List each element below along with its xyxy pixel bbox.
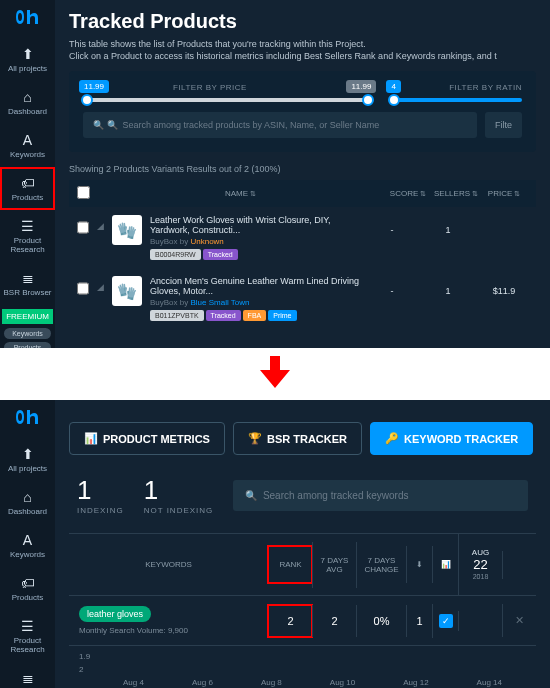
rating-slider[interactable]: 4 [390,98,522,102]
sidebar-label: Dashboard [8,507,47,516]
col-rank[interactable]: RANK [268,546,312,583]
cell-avg: 2 [312,605,356,637]
slider-handle[interactable] [388,94,400,106]
tag-icon: 🏷 [2,175,53,191]
sidebar-item-bsr-browser[interactable]: ≣BSR Browser [0,262,55,305]
tab-keyword-tracker[interactable]: 🔑KEYWORD TRACKER [370,422,533,455]
stat-indexing: 1 INDEXING [77,475,124,515]
cell-price: $11.9 [480,276,528,296]
product-image: 🧤 [112,276,142,306]
col-sellers[interactable]: SELLERS [432,189,480,198]
cell-chart-checkbox[interactable]: ✓ [432,604,458,638]
delete-button[interactable]: ✕ [502,604,536,637]
slider-handle[interactable] [362,94,374,106]
y-tick: 2 [79,665,526,674]
tab-label: BSR TRACKER [267,433,347,445]
col-score[interactable]: SCORE [384,189,432,198]
slider-handle[interactable] [81,94,93,106]
expand-caret-icon[interactable]: ◢ [97,282,104,292]
sidebar-label: Keywords [10,150,45,159]
pill-keywords[interactable]: Keywords [4,328,51,339]
page-title: Tracked Products [69,10,536,33]
select-all-checkbox[interactable] [77,186,90,199]
freemium-badge: FREEMIUM [2,309,53,324]
upload-icon: ⬆ [2,446,53,462]
col-keywords[interactable]: KEYWORDS [69,546,268,583]
sidebar-item-product-research[interactable]: ☰Product Research [0,210,55,262]
x-tick: Aug 8 [261,678,282,687]
col-chart-toggle[interactable]: 📊 [432,546,458,583]
sidebar-item-product-research[interactable]: ☰Product Research [0,610,55,662]
tag-icon: 🏷 [2,575,53,591]
logo[interactable] [0,400,55,438]
filter-price-label: FILTER BY PRICE [173,83,247,92]
pill-products[interactable]: Products [4,342,51,348]
col-name[interactable]: NAME [97,189,384,198]
cell-sellers: 1 [424,215,472,235]
product-row[interactable]: ◢ 🧤 Leather Work Gloves with Wrist Closu… [69,207,536,268]
subtitle-2: Click on a Product to access its histori… [69,51,536,61]
x-tick: Aug 12 [403,678,428,687]
buybox-info: BuyBox by Blue Small Town [150,298,360,307]
sidebar-label: Dashboard [8,107,47,116]
col-7days-change[interactable]: 7 DAYSCHANGE [356,542,406,588]
stat-value: 1 [77,475,124,506]
col-delete [502,551,536,579]
row-checkbox[interactable] [77,221,89,234]
sidebar-item-dashboard[interactable]: ⌂Dashboard [0,81,55,124]
sidebar-item-dashboard[interactable]: ⌂Dashboard [0,481,55,524]
product-row[interactable]: ◢ 🧤 Anccion Men's Genuine Leather Warm L… [69,268,536,329]
sidebar-item-keywords[interactable]: AKeywords [0,524,55,567]
filter-box: FILTER BY PRICE FILTER BY RATIN 11.99 11… [69,71,536,152]
check-icon: ✓ [439,614,453,628]
key-icon: 🔑 [385,432,399,445]
cell-score: - [368,215,416,235]
col-date[interactable]: AUG222018 [458,534,502,595]
x-tick: Aug 6 [192,678,213,687]
sidebar-item-keywords[interactable]: AKeywords [0,124,55,167]
kw-table-header: KEYWORDS RANK 7 DAYSAVG 7 DAYSCHANGE ⬇ 📊… [69,534,536,595]
keyword-search-input[interactable]: 🔍 Search among tracked keywords [233,480,528,511]
search-input[interactable]: 🔍 Search among tracked products by ASIN,… [83,112,477,138]
sidebar-label: All projects [8,464,47,473]
sidebar-item-all-projects[interactable]: ⬆All projects [0,38,55,81]
product-image: 🧤 [112,215,142,245]
x-tick: Aug 14 [477,678,502,687]
search-placeholder: Search among tracked products by ASIN, N… [123,120,380,130]
badge-fba: FBA [243,310,267,321]
asin-badge: B011ZPVBTK [150,310,204,321]
expand-caret-icon[interactable]: ◢ [97,221,104,231]
sidebar-item-bsr-browser[interactable]: ≣BSR Browser [0,662,55,688]
chart-area: 1.9 2 Aug 4Aug 6Aug 8Aug 10Aug 12Aug 14 [69,645,536,688]
cell-price [480,215,528,225]
cell-rank: 2 [268,605,312,637]
rating-lo-badge: 4 [386,80,400,93]
col-price[interactable]: PRICE [480,189,528,198]
cell-change: 0% [356,605,406,637]
col-sort[interactable]: ⬇ [406,546,432,583]
asin-badge: B0004R9RW [150,249,201,260]
price-slider[interactable]: 11.99 11.99 [83,98,372,102]
sidebar-item-all-projects[interactable]: ⬆All projects [0,438,55,481]
tab-bsr-tracker[interactable]: 🏆BSR TRACKER [233,422,362,455]
col-7days-avg[interactable]: 7 DAYSAVG [312,542,356,588]
cell-score: - [368,276,416,296]
row-checkbox[interactable] [77,282,89,295]
sidebar-label: Product Research [10,236,44,254]
filter-button[interactable]: Filte [485,112,522,138]
tab-product-metrics[interactable]: 📊PRODUCT METRICS [69,422,225,455]
keyword-row[interactable]: leather gloves Monthly Search Volume: 9,… [69,595,536,645]
product-title: Anccion Men's Genuine Leather Warm Lined… [150,276,360,296]
trophy-icon: 🏆 [248,432,262,445]
cell-sort: 1 [406,605,432,637]
stat-label: INDEXING [77,506,124,515]
chart-icon: 📊 [84,432,98,445]
home-icon: ⌂ [2,89,53,105]
search-placeholder: Search among tracked keywords [263,490,409,501]
sidebar-item-products[interactable]: 🏷Products [0,567,55,610]
stat-value: 1 [144,475,214,506]
buybox-info: BuyBox by Unknown [150,237,360,246]
sidebar-item-products[interactable]: 🏷Products [0,167,55,210]
badge-tracked: Tracked [203,249,238,260]
logo[interactable] [0,0,55,38]
